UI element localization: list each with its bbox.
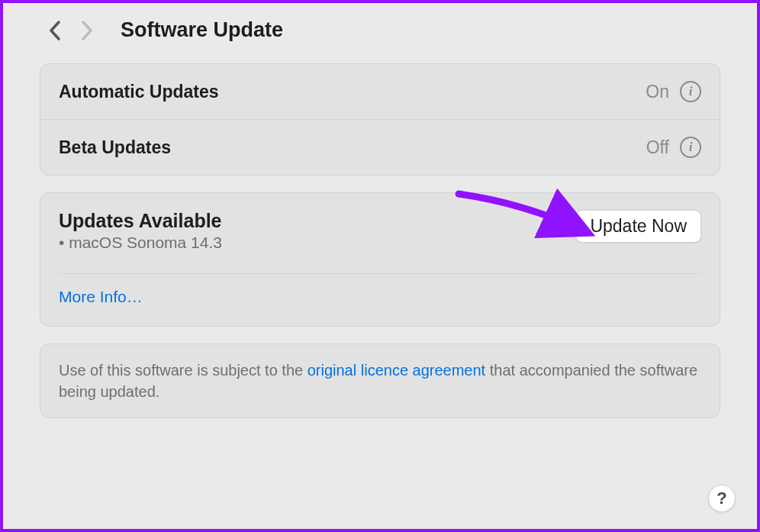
automatic-updates-row[interactable]: Automatic Updates On i bbox=[40, 64, 720, 119]
update-now-button[interactable]: Update Now bbox=[575, 210, 701, 243]
updates-header: Updates Available • macOS Sonoma 14.3 Up… bbox=[59, 210, 701, 269]
settings-panel: Automatic Updates On i Beta Updates Off … bbox=[40, 63, 720, 176]
back-button[interactable] bbox=[49, 21, 60, 40]
footer-text-before: Use of this software is subject to the bbox=[59, 362, 308, 379]
page-title: Software Update bbox=[121, 18, 283, 42]
help-button[interactable]: ? bbox=[708, 485, 736, 512]
info-icon[interactable]: i bbox=[680, 81, 701, 102]
automatic-updates-value: On bbox=[646, 82, 669, 102]
help-icon: ? bbox=[717, 488, 726, 508]
footer-panel: Use of this software is subject to the o… bbox=[40, 343, 720, 418]
chevron-right-icon bbox=[82, 21, 93, 40]
automatic-updates-value-group: On i bbox=[646, 81, 701, 102]
header: Software Update bbox=[40, 18, 720, 42]
nav-arrows bbox=[49, 21, 93, 40]
divider bbox=[59, 273, 701, 274]
more-info-link[interactable]: More Info… bbox=[59, 288, 143, 306]
beta-updates-label: Beta Updates bbox=[59, 137, 171, 158]
update-item: • macOS Sonoma 14.3 bbox=[59, 234, 222, 252]
updates-title-group: Updates Available • macOS Sonoma 14.3 bbox=[59, 210, 222, 269]
footer-text: Use of this software is subject to the o… bbox=[59, 360, 701, 402]
forward-button[interactable] bbox=[82, 21, 93, 40]
updates-title: Updates Available bbox=[59, 210, 222, 232]
chevron-left-icon bbox=[49, 21, 60, 40]
automatic-updates-label: Automatic Updates bbox=[59, 82, 219, 102]
licence-agreement-link[interactable]: original licence agreement bbox=[308, 362, 485, 379]
beta-updates-value: Off bbox=[646, 137, 669, 158]
beta-updates-row[interactable]: Beta Updates Off i bbox=[40, 119, 720, 175]
beta-updates-value-group: Off i bbox=[646, 137, 701, 158]
updates-panel: Updates Available • macOS Sonoma 14.3 Up… bbox=[40, 192, 720, 327]
info-icon[interactable]: i bbox=[680, 137, 701, 158]
